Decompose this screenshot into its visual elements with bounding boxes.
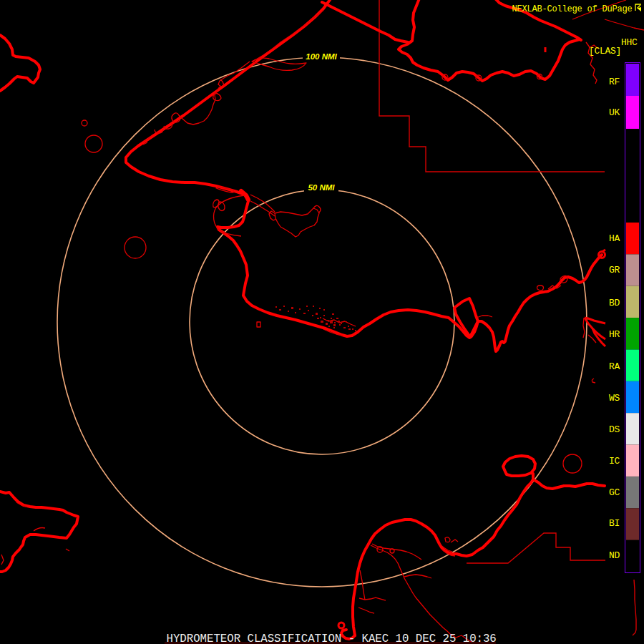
svg-text:HA: HA	[609, 233, 620, 244]
svg-text:[CLAS]: [CLAS]	[589, 46, 621, 57]
svg-text:GR: GR	[609, 265, 620, 275]
svg-text:BI: BI	[609, 518, 620, 529]
svg-text:HYDROMETEOR CLASSIFICATION - K: HYDROMETEOR CLASSIFICATION - KAEC 10 DEC…	[167, 633, 497, 644]
svg-text:IC: IC	[609, 456, 620, 467]
svg-text:UK: UK	[609, 107, 620, 118]
svg-text:ND: ND	[609, 550, 620, 561]
svg-text:RF: RF	[609, 77, 620, 87]
svg-text:DS: DS	[609, 424, 620, 435]
svg-text:100 NMI: 100 NMI	[306, 52, 337, 61]
svg-text:GC: GC	[609, 487, 620, 498]
svg-text:WS: WS	[609, 393, 620, 404]
svg-text:BD: BD	[609, 298, 620, 308]
svg-text:HHC: HHC	[621, 37, 638, 48]
svg-text:RA: RA	[609, 361, 620, 372]
svg-text:HR: HR	[609, 329, 620, 340]
svg-text:50 NMI: 50 NMI	[308, 183, 335, 192]
svg-text:NEXLAB-College of DuPage: NEXLAB-College of DuPage	[512, 4, 633, 14]
